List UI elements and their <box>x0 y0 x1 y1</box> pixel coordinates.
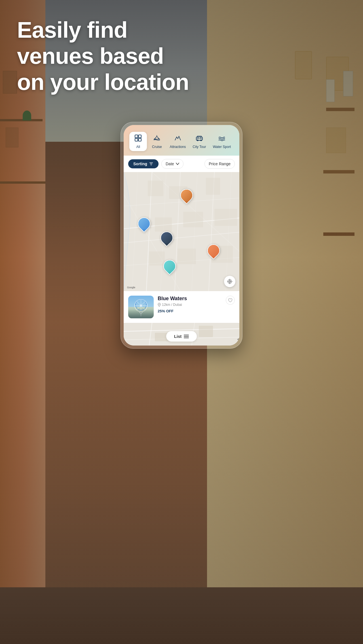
svg-rect-32 <box>214 209 237 226</box>
cruise-icon <box>153 134 161 143</box>
google-map-label: Google <box>127 286 135 289</box>
tab-all[interactable]: All <box>129 132 147 151</box>
map-pin-3[interactable] <box>161 232 173 246</box>
date-label: Date <box>166 162 174 166</box>
venue-image <box>128 296 154 318</box>
attractions-icon <box>174 134 182 143</box>
price-range-button[interactable]: Price Range <box>204 159 235 169</box>
svg-line-48 <box>139 312 141 314</box>
tab-attractions-label: Attractions <box>170 145 186 149</box>
svg-rect-30 <box>155 217 172 232</box>
tab-water-sport-label: Water Sport <box>213 145 231 149</box>
filter-bar: Sorting Date Price Range <box>124 156 239 172</box>
svg-point-47 <box>140 304 142 307</box>
venue-image-inner <box>128 296 154 318</box>
category-header: All <box>124 125 239 156</box>
map-pin-4[interactable] <box>207 244 220 259</box>
map-pin-5[interactable] <box>163 260 176 275</box>
heart-button[interactable] <box>226 296 235 305</box>
map-pin-2[interactable] <box>138 217 150 232</box>
hero-text: Easily find venues based on your locatio… <box>17 17 346 95</box>
tab-city-tour-label: City Tour <box>193 145 206 149</box>
tab-water-sport[interactable]: Water Sport <box>210 132 234 151</box>
phone-outer: All <box>121 122 242 349</box>
svg-rect-34 <box>178 249 196 264</box>
phone-mockup: All <box>121 122 242 349</box>
map-partial-bottom: List <box>124 323 239 346</box>
location-button[interactable] <box>224 276 235 287</box>
svg-line-21 <box>132 172 138 291</box>
price-range-label: Price Range <box>209 162 231 166</box>
venue-info: Blue Waters 12km / Dubai 25% OFF <box>158 296 222 313</box>
tab-city-tour[interactable]: City Tour <box>190 132 209 151</box>
venue-location: 12km / Dubai <box>158 303 222 307</box>
svg-rect-31 <box>183 212 203 227</box>
city-tour-icon <box>195 134 203 143</box>
svg-rect-2 <box>135 138 138 141</box>
tab-cruise[interactable]: Cruise <box>148 132 166 151</box>
svg-rect-10 <box>200 137 201 138</box>
sorting-button[interactable]: Sorting <box>128 159 159 168</box>
water-sport-icon <box>218 134 226 143</box>
svg-rect-27 <box>148 181 163 196</box>
all-icon <box>134 134 142 143</box>
list-button-label: List <box>174 334 182 339</box>
list-button[interactable]: List <box>166 331 197 342</box>
venue-location-text: 12km / Dubai <box>162 303 182 307</box>
svg-rect-3 <box>138 138 141 141</box>
map-area: Google <box>124 172 239 291</box>
list-btn-wrapper: List <box>124 328 239 346</box>
svg-rect-9 <box>197 137 199 138</box>
svg-line-49 <box>141 312 143 314</box>
date-filter-button[interactable]: Date <box>161 159 183 169</box>
category-tabs: All <box>129 132 234 151</box>
venue-card: Blue Waters 12km / Dubai 25% OFF <box>124 291 239 323</box>
svg-rect-1 <box>138 135 141 138</box>
svg-rect-29 <box>206 178 220 195</box>
venue-discount: 25% OFF <box>158 309 174 313</box>
phone-inner: All <box>124 125 239 346</box>
svg-point-51 <box>159 304 160 305</box>
tab-cruise-label: Cruise <box>152 145 162 149</box>
hero-line1: Easily find <box>17 17 346 43</box>
sorting-label: Sorting <box>133 162 147 166</box>
svg-line-24 <box>226 172 231 291</box>
hero-line3: on your location <box>17 69 346 95</box>
map-pin-1[interactable] <box>180 189 193 204</box>
svg-rect-33 <box>149 251 165 266</box>
svg-line-15 <box>124 232 239 243</box>
tab-all-label: All <box>136 145 140 149</box>
svg-rect-0 <box>135 135 138 138</box>
svg-point-36 <box>229 281 231 282</box>
svg-point-37 <box>228 279 232 283</box>
tab-attractions[interactable]: Attractions <box>167 132 189 151</box>
venue-name: Blue Waters <box>158 296 222 302</box>
hero-line2: venues based <box>17 43 346 69</box>
